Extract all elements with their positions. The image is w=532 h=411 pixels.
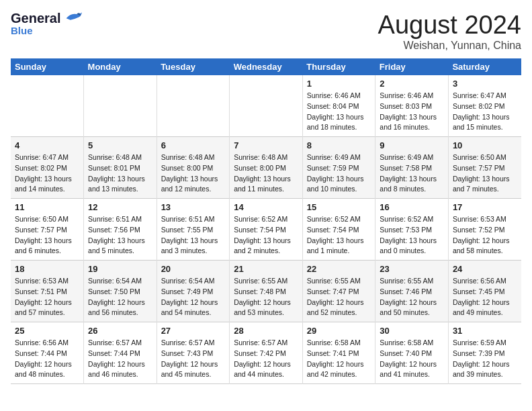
calendar-cell: 21Sunrise: 6:55 AMSunset: 7:48 PMDayligh… (230, 261, 303, 322)
weekday-header-row: SundayMondayTuesdayWednesdayThursdayFrid… (11, 58, 521, 75)
day-number: 2 (380, 79, 444, 89)
calendar-cell (11, 75, 84, 137)
day-number: 14 (234, 202, 298, 212)
calendar-cell: 1Sunrise: 6:46 AMSunset: 8:04 PMDaylight… (302, 75, 375, 137)
day-info: Sunrise: 6:52 AMSunset: 7:54 PMDaylight:… (307, 214, 371, 257)
day-info: Sunrise: 6:47 AMSunset: 8:02 PMDaylight:… (453, 91, 517, 133)
title-block: August 2024 Weishan, Yunnan, China (378, 11, 521, 52)
calendar-cell: 3Sunrise: 6:47 AMSunset: 8:02 PMDaylight… (448, 75, 521, 137)
day-info: Sunrise: 6:56 AMSunset: 7:45 PMDaylight:… (453, 276, 517, 318)
calendar-cell (230, 75, 303, 137)
day-number: 9 (380, 140, 444, 150)
day-info: Sunrise: 6:53 AMSunset: 7:51 PMDaylight:… (15, 276, 79, 318)
calendar-cell (84, 75, 157, 137)
calendar-cell: 18Sunrise: 6:53 AMSunset: 7:51 PMDayligh… (11, 261, 84, 322)
day-number: 24 (453, 264, 517, 274)
weekday-header-thursday: Thursday (302, 58, 375, 75)
day-number: 1 (307, 79, 371, 89)
calendar-cell: 8Sunrise: 6:49 AMSunset: 7:59 PMDaylight… (302, 137, 375, 199)
calendar-cell: 6Sunrise: 6:48 AMSunset: 8:00 PMDaylight… (157, 137, 230, 199)
calendar-cell: 28Sunrise: 6:57 AMSunset: 7:42 PMDayligh… (230, 322, 303, 384)
calendar-cell: 2Sunrise: 6:46 AMSunset: 8:03 PMDaylight… (375, 75, 449, 137)
calendar-cell: 12Sunrise: 6:51 AMSunset: 7:56 PMDayligh… (84, 199, 157, 261)
calendar-cell: 4Sunrise: 6:47 AMSunset: 8:02 PMDaylight… (11, 137, 84, 199)
calendar-cell: 25Sunrise: 6:56 AMSunset: 7:44 PMDayligh… (11, 322, 84, 384)
day-info: Sunrise: 6:51 AMSunset: 7:56 PMDaylight:… (88, 214, 152, 257)
day-number: 10 (453, 140, 517, 150)
calendar-cell: 30Sunrise: 6:58 AMSunset: 7:40 PMDayligh… (375, 322, 449, 384)
day-number: 29 (307, 326, 371, 336)
day-number: 18 (15, 264, 79, 274)
calendar-table: SundayMondayTuesdayWednesdayThursdayFrid… (11, 58, 521, 384)
weekday-header-friday: Friday (375, 58, 449, 75)
day-number: 6 (161, 140, 226, 150)
day-info: Sunrise: 6:53 AMSunset: 7:52 PMDaylight:… (453, 214, 517, 257)
day-number: 25 (15, 326, 79, 336)
day-info: Sunrise: 6:48 AMSunset: 8:00 PMDaylight:… (161, 152, 226, 195)
day-info: Sunrise: 6:50 AMSunset: 7:57 PMDaylight:… (15, 214, 79, 257)
day-info: Sunrise: 6:55 AMSunset: 7:48 PMDaylight:… (234, 276, 298, 318)
day-info: Sunrise: 6:48 AMSunset: 8:01 PMDaylight:… (88, 152, 152, 195)
weekday-header-tuesday: Tuesday (157, 58, 230, 75)
day-number: 27 (161, 326, 226, 336)
calendar-cell: 15Sunrise: 6:52 AMSunset: 7:54 PMDayligh… (302, 199, 375, 261)
calendar-cell: 19Sunrise: 6:54 AMSunset: 7:50 PMDayligh… (84, 261, 157, 322)
day-number: 3 (453, 79, 517, 89)
day-info: Sunrise: 6:52 AMSunset: 7:54 PMDaylight:… (234, 214, 298, 257)
day-info: Sunrise: 6:51 AMSunset: 7:55 PMDaylight:… (161, 214, 226, 257)
calendar-cell: 14Sunrise: 6:52 AMSunset: 7:54 PMDayligh… (230, 199, 303, 261)
location: Weishan, Yunnan, China (378, 40, 521, 52)
day-number: 5 (88, 140, 152, 150)
weekday-header-saturday: Saturday (448, 58, 521, 75)
calendar-cell: 22Sunrise: 6:55 AMSunset: 7:47 PMDayligh… (302, 261, 375, 322)
day-number: 19 (88, 264, 152, 274)
day-number: 31 (453, 326, 517, 336)
day-info: Sunrise: 6:57 AMSunset: 7:42 PMDaylight:… (234, 338, 298, 380)
calendar-cell: 11Sunrise: 6:50 AMSunset: 7:57 PMDayligh… (11, 199, 84, 261)
day-info: Sunrise: 6:52 AMSunset: 7:53 PMDaylight:… (380, 214, 444, 257)
logo-container: General Blue (11, 11, 83, 36)
weekday-header-sunday: Sunday (11, 58, 84, 75)
day-number: 4 (15, 140, 79, 150)
day-number: 17 (453, 202, 517, 212)
day-number: 13 (161, 202, 226, 212)
day-info: Sunrise: 6:46 AMSunset: 8:04 PMDaylight:… (307, 91, 371, 133)
day-info: Sunrise: 6:56 AMSunset: 7:44 PMDaylight:… (15, 338, 79, 380)
day-info: Sunrise: 6:54 AMSunset: 7:50 PMDaylight:… (88, 276, 152, 318)
day-number: 23 (380, 264, 444, 274)
calendar-cell: 16Sunrise: 6:52 AMSunset: 7:53 PMDayligh… (375, 199, 449, 261)
calendar-cell: 31Sunrise: 6:59 AMSunset: 7:39 PMDayligh… (448, 322, 521, 384)
day-number: 30 (380, 326, 444, 336)
day-info: Sunrise: 6:48 AMSunset: 8:00 PMDaylight:… (234, 152, 298, 195)
day-info: Sunrise: 6:58 AMSunset: 7:41 PMDaylight:… (307, 338, 371, 380)
day-info: Sunrise: 6:54 AMSunset: 7:49 PMDaylight:… (161, 276, 226, 318)
week-row-5: 25Sunrise: 6:56 AMSunset: 7:44 PMDayligh… (11, 322, 521, 384)
calendar-cell: 7Sunrise: 6:48 AMSunset: 8:00 PMDaylight… (230, 137, 303, 199)
calendar-cell: 26Sunrise: 6:57 AMSunset: 7:44 PMDayligh… (84, 322, 157, 384)
calendar-cell: 27Sunrise: 6:57 AMSunset: 7:43 PMDayligh… (157, 322, 230, 384)
calendar-cell: 13Sunrise: 6:51 AMSunset: 7:55 PMDayligh… (157, 199, 230, 261)
day-number: 16 (380, 202, 444, 212)
day-info: Sunrise: 6:55 AMSunset: 7:46 PMDaylight:… (380, 276, 444, 318)
day-number: 21 (234, 264, 298, 274)
day-number: 15 (307, 202, 371, 212)
day-number: 12 (88, 202, 152, 212)
day-info: Sunrise: 6:49 AMSunset: 7:59 PMDaylight:… (307, 152, 371, 195)
day-info: Sunrise: 6:47 AMSunset: 8:02 PMDaylight:… (15, 152, 79, 195)
calendar-cell: 29Sunrise: 6:58 AMSunset: 7:41 PMDayligh… (302, 322, 375, 384)
weekday-header-wednesday: Wednesday (230, 58, 303, 75)
calendar-cell: 17Sunrise: 6:53 AMSunset: 7:52 PMDayligh… (448, 199, 521, 261)
month-title: August 2024 (378, 11, 521, 40)
calendar-cell: 23Sunrise: 6:55 AMSunset: 7:46 PMDayligh… (375, 261, 449, 322)
calendar-cell: 9Sunrise: 6:49 AMSunset: 7:58 PMDaylight… (375, 137, 449, 199)
day-info: Sunrise: 6:46 AMSunset: 8:03 PMDaylight:… (380, 91, 444, 133)
day-number: 28 (234, 326, 298, 336)
page-header: General Blue August 2024 Weishan, Yunnan… (11, 11, 521, 52)
week-row-1: 1Sunrise: 6:46 AMSunset: 8:04 PMDaylight… (11, 75, 521, 137)
day-number: 8 (307, 140, 371, 150)
week-row-3: 11Sunrise: 6:50 AMSunset: 7:57 PMDayligh… (11, 199, 521, 261)
calendar-cell: 20Sunrise: 6:54 AMSunset: 7:49 PMDayligh… (157, 261, 230, 322)
week-row-2: 4Sunrise: 6:47 AMSunset: 8:02 PMDaylight… (11, 137, 521, 199)
day-info: Sunrise: 6:50 AMSunset: 7:57 PMDaylight:… (453, 152, 517, 195)
day-info: Sunrise: 6:59 AMSunset: 7:39 PMDaylight:… (453, 338, 517, 380)
